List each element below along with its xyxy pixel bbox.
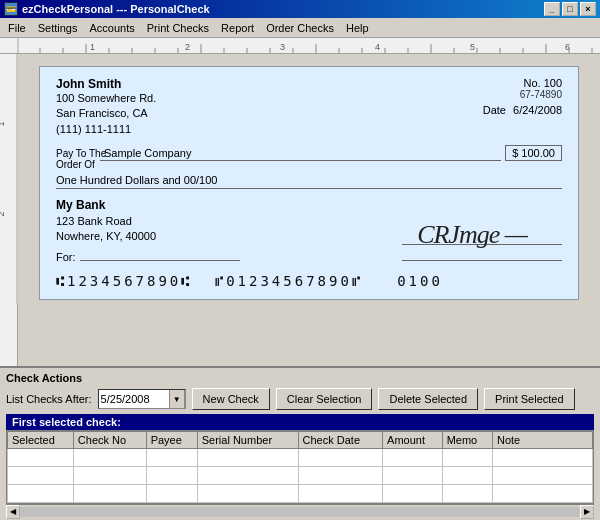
sig-line-bottom	[402, 260, 562, 261]
check-payer-city: San Francisco, CA	[56, 106, 156, 121]
maximize-button[interactable]: □	[562, 2, 578, 16]
svg-rect-33	[0, 54, 18, 304]
bank-addr1: 123 Bank Road	[56, 214, 156, 229]
check-date-row: Date 6/24/2008	[483, 104, 562, 116]
check-actions-row: List Checks After: ▼ New Check Clear Sel…	[6, 388, 594, 410]
pay-to-label: Pay To The	[56, 148, 96, 159]
menu-help[interactable]: Help	[340, 20, 375, 36]
svg-text:5: 5	[470, 42, 475, 52]
check-payer-phone: (111) 111-1111	[56, 122, 156, 137]
check-preview-area: 1 2 John Smith 100 Somewhere Rd. San Fra…	[0, 54, 600, 368]
col-payee: Payee	[146, 432, 197, 449]
dollar-sign: $	[512, 147, 518, 159]
bank-name: My Bank	[56, 198, 105, 212]
print-selected-button[interactable]: Print Selected	[484, 388, 574, 410]
check-header: John Smith 100 Somewhere Rd. San Francis…	[56, 77, 562, 137]
table-row	[8, 467, 593, 485]
menu-print-checks[interactable]: Print Checks	[141, 20, 215, 36]
delete-selected-button[interactable]: Delete Selected	[378, 388, 478, 410]
check-bank-sig: My Bank 123 Bank Road Nowhere, KY, 40000…	[56, 197, 562, 245]
table-row	[8, 485, 593, 503]
clear-selection-button[interactable]: Clear Selection	[276, 388, 373, 410]
check-payer-addr1: 100 Somewhere Rd.	[56, 91, 156, 106]
menu-bar: File Settings Accounts Print Checks Repo…	[0, 18, 600, 38]
table-row	[8, 449, 593, 467]
window-controls[interactable]: _ □ ×	[544, 2, 596, 16]
app-icon: 💳	[4, 2, 18, 16]
scroll-left-button[interactable]: ◀	[6, 505, 20, 519]
scroll-right-button[interactable]: ▶	[580, 505, 594, 519]
svg-text:1: 1	[90, 42, 95, 52]
menu-accounts[interactable]: Accounts	[83, 20, 140, 36]
menu-settings[interactable]: Settings	[32, 20, 84, 36]
title-text: ezCheckPersonal --- PersonalCheck	[22, 3, 210, 15]
check-bank-info: My Bank 123 Bank Road Nowhere, KY, 40000	[56, 197, 156, 245]
horizontal-scrollbar[interactable]: ◀ ▶	[6, 504, 594, 518]
new-check-button[interactable]: New Check	[192, 388, 270, 410]
pay-to-row: Pay To The Order Of Sample Company $ 100…	[56, 145, 562, 170]
menu-file[interactable]: File	[2, 20, 32, 36]
check-amount: $ 100.00	[505, 145, 562, 161]
check-micr: ⑆1234567890⑆ ⑈01234567890⑈ 0100	[56, 273, 562, 289]
svg-text:4: 4	[375, 42, 380, 52]
col-check-no: Check No	[73, 432, 146, 449]
col-amount: Amount	[383, 432, 443, 449]
signature-area: CRJmge —	[402, 220, 562, 245]
check-for-row: For:	[56, 251, 562, 263]
col-selected: Selected	[8, 432, 74, 449]
col-note: Note	[493, 432, 593, 449]
svg-text:2: 2	[185, 42, 190, 52]
bottom-panel: Check Actions List Checks After: ▼ New C…	[0, 368, 600, 520]
check-payer-info: John Smith 100 Somewhere Rd. San Francis…	[56, 77, 156, 137]
date-label: Date	[483, 104, 506, 116]
check-routing: 67-74890	[483, 89, 562, 100]
svg-text:3: 3	[280, 42, 285, 52]
svg-text:2: 2	[0, 211, 6, 216]
for-line	[80, 260, 240, 261]
list-checks-after-label: List Checks After:	[6, 393, 92, 405]
title-bar: 💳 ezCheckPersonal --- PersonalCheck _ □ …	[0, 0, 600, 18]
date-value: 6/24/2008	[513, 104, 562, 116]
check-actions-label: Check Actions	[6, 372, 594, 384]
check: John Smith 100 Somewhere Rd. San Francis…	[39, 66, 579, 300]
check-container: John Smith 100 Somewhere Rd. San Francis…	[18, 54, 600, 366]
menu-order-checks[interactable]: Order Checks	[260, 20, 340, 36]
check-table: Selected Check No Payee Serial Number Ch…	[7, 431, 593, 503]
ruler: 1 2 3 4 5 6	[0, 38, 600, 54]
order-of-label: Order Of	[56, 159, 96, 170]
for-label: For:	[56, 251, 76, 263]
date-dropdown-button[interactable]: ▼	[169, 390, 185, 408]
minimize-button[interactable]: _	[544, 2, 560, 16]
col-serial-number: Serial Number	[197, 432, 298, 449]
check-payer-name: John Smith	[56, 77, 156, 91]
left-ruler: 1 2	[0, 54, 18, 366]
main-area: 1 2 John Smith 100 Somewhere Rd. San Fra…	[0, 54, 600, 520]
check-number: No. 100	[483, 77, 562, 89]
check-signature: CRJmge —	[402, 220, 542, 250]
check-number-area: No. 100 67-74890 Date 6/24/2008	[483, 77, 562, 137]
check-written-amount: One Hundred Dollars and 00/100	[56, 174, 562, 189]
col-check-date: Check Date	[298, 432, 383, 449]
date-input-wrapper[interactable]: ▼	[98, 389, 186, 409]
col-memo: Memo	[442, 432, 492, 449]
scroll-track[interactable]	[20, 507, 580, 517]
bank-addr2: Nowhere, KY, 40000	[56, 229, 156, 244]
amount-value: 100.00	[521, 147, 555, 159]
check-table-wrapper: Selected Check No Payee Serial Number Ch…	[6, 430, 594, 504]
check-payee: Sample Company	[100, 147, 501, 161]
svg-text:1: 1	[0, 121, 6, 126]
close-button[interactable]: ×	[580, 2, 596, 16]
menu-report[interactable]: Report	[215, 20, 260, 36]
list-checks-date-input[interactable]	[99, 393, 169, 405]
first-selected-check-header: First selected check:	[6, 414, 594, 430]
